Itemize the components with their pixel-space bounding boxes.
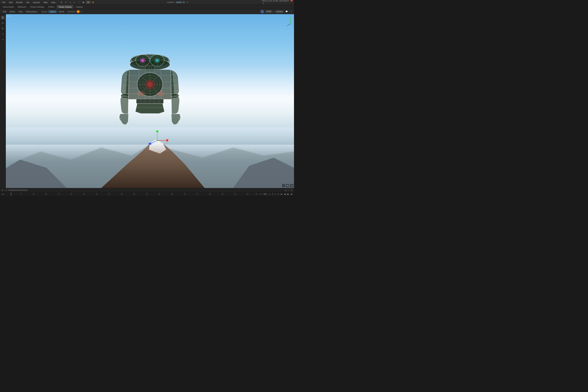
timeline-tick-label-50: 50 (134, 193, 135, 195)
timeline-out-value[interactable]: 100 (264, 193, 266, 195)
timeline-step-back-icon[interactable]: ⏮ (280, 192, 282, 196)
selection-area: Selection: ▷ (67, 10, 83, 13)
world-space-button[interactable]: World (57, 10, 66, 13)
timeline-tick-60: 60 (160, 192, 160, 196)
timeline-in-value: 1 (3, 193, 4, 195)
timeline-prev-icon[interactable]: ◀ (284, 192, 286, 196)
timeline-tick-label-90: 90 (234, 193, 236, 195)
timeline-tick-5: 5 (21, 192, 21, 196)
timeline-out-label: Out (259, 193, 262, 195)
grid-icon[interactable]: ⊞ (285, 189, 286, 192)
nav-cube[interactable]: Y (283, 16, 292, 27)
variant-value[interactable]: variant - D (176, 1, 185, 4)
timeline-tick-label-10: 10 (33, 193, 34, 195)
timeline-tick-label-75: 75 (196, 193, 198, 195)
viewport-fit-icon[interactable]: ⛶ (282, 184, 285, 187)
space-label: Space: (42, 10, 48, 13)
tab-viewer-hydra[interactable]: Viewer (Hydra) (56, 5, 74, 8)
tab-node-graph[interactable]: Node Graph (1, 5, 16, 8)
window-title-area: robot_in_the_clouds_mk4.katana* ▾ (262, 0, 292, 5)
timeline: In 1 1 5 10 15 20 25 30 35 40 45 50 55 6… (0, 192, 294, 196)
layouts-menu[interactable]: Layouts (32, 1, 41, 4)
svg-line-91 (151, 140, 157, 144)
variant-dropdown-icon[interactable]: ▾ (186, 1, 189, 4)
chat-icon[interactable]: 💬 (285, 10, 288, 13)
color-space-dropdown-icon[interactable]: ▾ (273, 10, 274, 12)
primary-display-button[interactable]: primary (275, 10, 284, 13)
object-space-button[interactable]: Object (48, 10, 57, 13)
window-title: robot_in_the_clouds_mk4.katana* (262, 0, 289, 2)
timeline-tick-95: 95 (248, 192, 248, 196)
help-menu[interactable]: Help (50, 1, 56, 4)
timeline-tick-label-65: 65 (171, 193, 173, 195)
selection-arrow-icon[interactable]: ▷ (80, 10, 83, 13)
timeline-tick-50: 50 (134, 192, 134, 196)
timeline-in-indicator: In 1 (0, 193, 6, 195)
rotate-tool[interactable]: ↻ (1, 26, 5, 30)
timeline-tick-label-60: 60 (158, 193, 160, 195)
timeline-tick-label-20: 20 (58, 193, 60, 195)
render-menu[interactable]: Render (16, 1, 24, 4)
render-mode-button[interactable]: 3D (86, 1, 91, 4)
view-mode-button[interactable]: View (17, 10, 24, 13)
svg-marker-96 (290, 18, 291, 19)
viewport-camera-icon[interactable]: 📷 (286, 184, 289, 187)
util-menu[interactable]: Util (26, 1, 30, 4)
timeline-tick-65: 65 (172, 192, 172, 196)
transform-tool[interactable]: ⊹ (1, 38, 5, 42)
edit-menu[interactable]: Edit (8, 1, 13, 4)
render-icon[interactable]: ▣ (82, 1, 85, 4)
timeline-tick-30: 30 (84, 192, 84, 196)
timeline-tick-10: 10 (34, 192, 34, 196)
timeline-inc-label: Inc (274, 193, 276, 195)
timeline-tick-80: 80 (210, 192, 210, 196)
timeline-cur-value[interactable]: 1 (272, 193, 273, 195)
tab-project-settings[interactable]: Project Settings (28, 5, 46, 8)
eye-icon[interactable]: 👁 (2, 189, 4, 192)
svg-line-97 (287, 24, 290, 26)
settings2-icon[interactable]: ⚙ (290, 189, 292, 192)
transform-gizmo[interactable] (147, 128, 169, 146)
timeline-inc-value[interactable]: 1 (278, 193, 279, 195)
avatar-icon: 👤 (260, 10, 264, 14)
window-collapse-icon[interactable]: ▾ (262, 2, 265, 5)
viewport-nav-controls: Y (283, 16, 292, 27)
selection-circle-indicator[interactable] (77, 10, 80, 13)
viewport-camera-label: persp (7, 15, 11, 17)
redo-icon[interactable]: ▷ (73, 1, 76, 4)
timeline-tick-35: 35 (96, 192, 97, 196)
svg-point-42 (156, 59, 158, 62)
timeline-tick-25: 25 (71, 192, 72, 196)
manipulators-mode-button[interactable]: Manipulators (24, 10, 39, 13)
file-menu[interactable]: File (2, 1, 6, 4)
undo-icon[interactable]: ◁ (68, 1, 72, 4)
target-icon[interactable]: ◎ (5, 189, 7, 192)
cursor-tool[interactable]: ↖ (1, 16, 5, 20)
timeline-cur-label: Cur (268, 193, 270, 195)
edit-mode-button[interactable]: Edit (2, 10, 8, 13)
scale-tool[interactable]: ⤡ (1, 32, 5, 36)
mode-bar-right-controls: 👤 sRGB ▾ primary 💬 ⛶ (260, 10, 292, 14)
viewport[interactable]: .wire { fill: none; stroke: rgba(255,255… (6, 14, 294, 188)
timeline-tick-label-80: 80 (209, 193, 211, 195)
tabs-menu[interactable]: Tabs (43, 1, 48, 4)
color-space-button[interactable]: sRGB (265, 10, 272, 13)
timeline-step-fwd-icon[interactable]: ⏭ (290, 192, 292, 196)
refresh-icon[interactable]: ↺ (64, 1, 67, 4)
move-tool[interactable]: ✛ (1, 21, 5, 25)
timeline-next-icon[interactable]: ▶ (287, 192, 289, 196)
select-mode-button[interactable]: Select (8, 10, 17, 13)
tab-catalog[interactable]: Catalog (74, 5, 84, 8)
fullscreen-icon[interactable]: ⤢ (288, 189, 290, 192)
tab-attributes[interactable]: Attributes (16, 5, 28, 8)
play-pause-button[interactable]: ⏸ (92, 1, 94, 4)
tab-python[interactable]: Python (46, 5, 56, 8)
timeline-tick-label-55: 55 (146, 193, 148, 195)
timeline-ruler[interactable]: 1 5 10 15 20 25 30 35 40 45 50 55 60 65 … (6, 192, 258, 196)
settings-icon[interactable]: ⚙ (60, 1, 63, 4)
viewport-settings-icon[interactable]: ⚙ (290, 184, 293, 187)
timeline-tick-label-40: 40 (108, 193, 110, 195)
timeline-tick-15: 15 (46, 192, 46, 196)
variant-selector: variables: variant - D ▾ (167, 1, 189, 4)
expand-icon[interactable]: ⛶ (289, 10, 292, 13)
